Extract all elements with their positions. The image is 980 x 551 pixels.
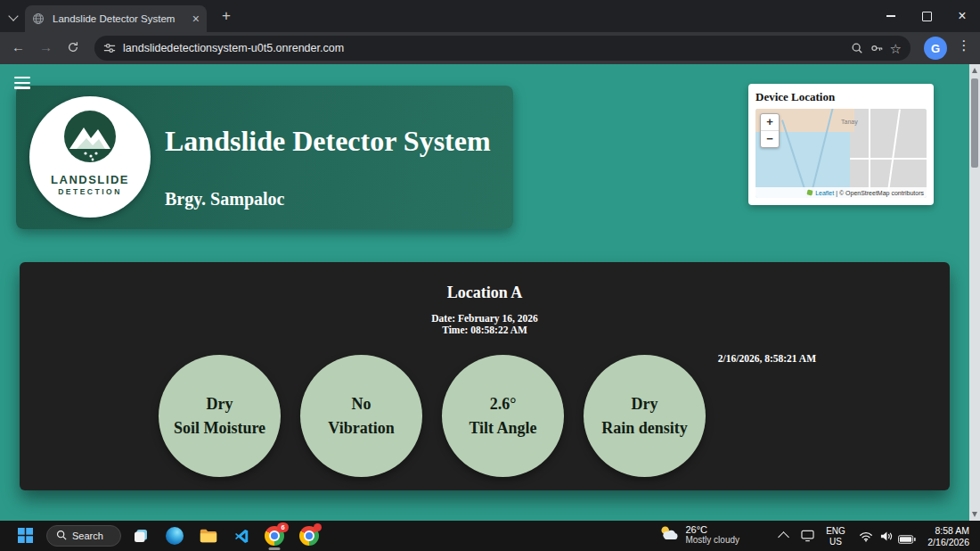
map-zoom-in-button[interactable]: + <box>761 114 779 131</box>
site-settings-icon[interactable] <box>103 42 116 54</box>
map-card-title: Device Location <box>755 90 927 104</box>
map-road-line <box>869 109 870 198</box>
sensor-vibration: No Vibration <box>300 355 422 477</box>
window-minimize-button[interactable] <box>873 0 909 32</box>
task-view-button[interactable] <box>132 527 150 548</box>
sensor-label: Rain density <box>601 416 688 440</box>
sensor-circles-row: Dry Soil Moisture No Vibration 2.6° Tilt… <box>159 355 706 477</box>
browser-tab[interactable]: Landslide Detector System × <box>25 5 207 32</box>
header-card: LANDSLIDE DETECTION Landslide Detector S… <box>16 86 513 229</box>
map-zoom-control: + − <box>760 113 780 148</box>
globe-favicon-icon <box>32 12 45 26</box>
maximize-icon <box>922 12 932 21</box>
tab-title: Landslide Detector System <box>53 13 187 24</box>
search-icon <box>56 528 67 544</box>
back-button[interactable]: ← <box>12 40 25 54</box>
forward-button[interactable]: → <box>39 40 53 54</box>
taskbar-clock[interactable]: 8:58 AM 2/16/2026 <box>927 525 969 548</box>
page-scrollbar[interactable] <box>969 64 980 521</box>
vscode-icon[interactable] <box>233 528 250 548</box>
leaflet-logo-icon <box>806 189 813 197</box>
location-title: Location A <box>20 262 950 302</box>
last-reading-timestamp: 2/16/2026, 8:58:21 AM <box>718 353 816 364</box>
reload-button[interactable] <box>67 41 79 56</box>
landslide-logo: LANDSLIDE DETECTION <box>29 96 151 218</box>
search-label: Search <box>72 530 103 541</box>
weather-temp: 26°C <box>685 524 739 535</box>
sensor-tilt-angle: 2.6° Tilt Angle <box>442 355 564 477</box>
notification-dot-badge <box>314 523 322 531</box>
bookmark-star-icon[interactable]: ☆ <box>890 42 902 55</box>
window-maximize-button[interactable] <box>909 0 944 32</box>
leaflet-link[interactable]: Leaflet <box>815 190 834 196</box>
language-indicator[interactable]: ENG US <box>821 526 850 547</box>
sensor-value: Dry <box>207 392 233 416</box>
clock-date: 2/16/2026 <box>927 537 969 548</box>
taskbar-search[interactable]: Search <box>46 525 121 547</box>
menu-hamburger-icon[interactable] <box>14 77 30 89</box>
wifi-icon[interactable] <box>859 530 873 546</box>
hamburger-bar <box>14 86 30 88</box>
language-line2: US <box>821 537 850 547</box>
window-controls: × <box>873 0 980 32</box>
map-place-label: Tanay <box>841 119 858 125</box>
leaflet-map[interactable]: Tanay + − Leaflet | © OpenStreetMap cont… <box>755 109 927 198</box>
battery-icon[interactable] <box>898 531 916 547</box>
scroll-down-arrow-icon[interactable] <box>972 512 977 517</box>
tab-search-chevron-icon[interactable] <box>6 10 20 24</box>
tab-close-icon[interactable]: × <box>192 12 200 25</box>
time-line: Time: 08:58:22 AM <box>20 325 950 335</box>
sensor-label: Soil Moisture <box>174 416 265 440</box>
window-close-button[interactable]: × <box>944 0 980 32</box>
device-location-card: Device Location Tanay + − Leaflet | © Op… <box>748 84 934 205</box>
weather-widget[interactable]: 26°C Mostly cloudy <box>657 524 739 545</box>
tab-strip: Landslide Detector System × + × <box>0 0 980 32</box>
chrome-icon[interactable]: 6 <box>265 526 284 546</box>
map-attribution: Leaflet | © OpenStreetMap contributors <box>755 187 927 198</box>
minimize-icon <box>886 15 895 17</box>
file-explorer-icon[interactable] <box>199 526 218 549</box>
tray-chevron-up-icon[interactable] <box>780 533 788 541</box>
sensor-label: Tilt Angle <box>469 416 536 440</box>
sensor-soil-moisture: Dry Soil Moisture <box>159 355 281 477</box>
start-button[interactable] <box>18 528 33 547</box>
chrome-notification-badge: 6 <box>277 522 289 532</box>
sensor-rain-density: Dry Rain density <box>584 355 706 477</box>
sensor-value: Dry <box>632 392 658 416</box>
active-app-indicator <box>269 547 281 550</box>
map-road-line <box>850 158 927 160</box>
edge-icon[interactable] <box>166 527 184 545</box>
page-content: LANDSLIDE DETECTION Landslide Detector S… <box>0 64 980 521</box>
password-key-icon[interactable] <box>870 42 883 54</box>
date-line: Date: February 16, 2026 <box>20 313 950 324</box>
url-text: landslidedetectionsystem-u0t5.onrender.c… <box>123 42 844 54</box>
clock-time: 8:58 AM <box>927 525 969 537</box>
page-title: Landslide Detector System <box>165 125 491 158</box>
address-bar[interactable]: landslidedetectionsystem-u0t5.onrender.c… <box>94 36 911 61</box>
windows-taskbar: Search 6 26°C Mostly cloudy <box>0 521 980 551</box>
page-subtitle: Brgy. Sampaloc <box>165 189 284 210</box>
chrome-secondary-icon[interactable] <box>299 526 319 546</box>
hamburger-bar <box>14 77 30 78</box>
scrollbar-thumb[interactable] <box>971 78 978 168</box>
osm-attribution-text[interactable]: | © OpenStreetMap contributors <box>836 190 924 196</box>
hamburger-bar <box>14 82 30 84</box>
cloud-weather-icon <box>657 524 680 545</box>
logo-text-line2: DETECTION <box>58 187 122 196</box>
scroll-up-arrow-icon[interactable] <box>972 68 977 73</box>
new-tab-button[interactable]: + <box>217 7 235 25</box>
browser-menu-icon[interactable]: ⋮ <box>956 37 972 59</box>
profile-avatar[interactable]: G <box>924 37 947 60</box>
weather-text: 26°C Mostly cloudy <box>685 524 739 545</box>
map-zoom-out-button[interactable]: − <box>761 131 779 147</box>
edge-logo <box>166 527 184 545</box>
language-line1: ENG <box>821 526 850 537</box>
sensor-label: Vibration <box>328 416 394 440</box>
zoom-magnifier-icon[interactable] <box>851 42 863 54</box>
volume-icon[interactable] <box>879 530 893 546</box>
weather-condition: Mostly cloudy <box>685 535 739 545</box>
logo-text-line1: LANDSLIDE <box>51 173 129 186</box>
tray-app-icon[interactable] <box>801 530 814 546</box>
chevron-down-icon <box>8 11 18 21</box>
sensor-value: 2.6° <box>490 392 517 416</box>
